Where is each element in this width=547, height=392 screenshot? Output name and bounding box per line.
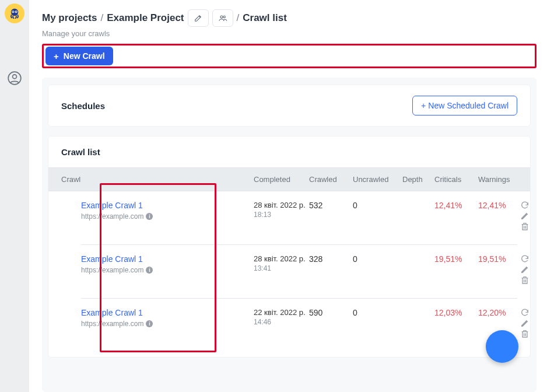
- crawl-name-link[interactable]: Example Crawl 1: [81, 201, 254, 210]
- table-row: Example Crawl 1 https://example.com i 22…: [48, 299, 530, 352]
- completed-date: 28 квіт. 2022 р.: [254, 201, 309, 209]
- crawl-name-link[interactable]: Example Crawl 1: [81, 254, 254, 264]
- crawl-name-link[interactable]: Example Crawl 1: [81, 308, 254, 317]
- col-crawled: Crawled: [309, 175, 353, 184]
- refresh-icon[interactable]: [520, 254, 530, 264]
- col-uncrawled: Uncrawled: [353, 175, 402, 184]
- svg-point-3: [12, 11, 13, 12]
- crawled-count: 532: [309, 201, 353, 210]
- edit-project-button[interactable]: [188, 9, 209, 27]
- completed-time: 18:13: [254, 211, 309, 219]
- col-completed: Completed: [254, 175, 309, 184]
- warnings-pct: 12,41%: [478, 201, 516, 210]
- new-scheduled-crawl-button[interactable]: + New Scheduled Crawl: [412, 96, 517, 116]
- crawl-list-title: Crawl list: [48, 136, 530, 167]
- info-icon[interactable]: i: [146, 320, 153, 327]
- completed-time: 14:46: [254, 318, 309, 326]
- col-crawl: Crawl: [61, 175, 254, 184]
- col-warnings: Warnings: [478, 175, 516, 184]
- col-criticals: Criticals: [434, 175, 478, 184]
- completed-date: 28 квіт. 2022 р.: [254, 254, 309, 263]
- criticals-pct: 12,03%: [434, 308, 478, 317]
- crawled-count: 590: [309, 308, 353, 317]
- breadcrumb-project[interactable]: Example Project: [107, 12, 184, 24]
- table-header: Crawl Completed Crawled Uncrawled Depth …: [48, 167, 530, 191]
- breadcrumb-root[interactable]: My projects: [42, 12, 97, 24]
- new-scheduled-label: New Scheduled Crawl: [428, 101, 509, 110]
- uncrawled-count: 0: [353, 308, 402, 317]
- table-row: Example Crawl 1 https://example.com i 28…: [48, 191, 530, 245]
- app-logo[interactable]: [5, 4, 24, 23]
- svg-point-4: [16, 11, 17, 12]
- trash-icon[interactable]: [520, 329, 530, 338]
- schedules-card: Schedules + New Scheduled Crawl: [48, 85, 531, 127]
- info-icon[interactable]: i: [146, 267, 153, 274]
- refresh-icon[interactable]: [520, 201, 530, 210]
- refresh-icon[interactable]: [520, 308, 530, 317]
- svg-point-7: [220, 16, 223, 18]
- uncrawled-count: 0: [353, 254, 402, 264]
- col-depth: Depth: [402, 175, 434, 184]
- crawl-url: https://example.com i: [81, 212, 254, 220]
- content-area: Schedules + New Scheduled Crawl Crawl li…: [42, 78, 537, 392]
- criticals-pct: 19,51%: [434, 254, 478, 264]
- page-subtitle: Manage your crawls: [42, 29, 537, 38]
- breadcrumb-current: Crawl list: [243, 12, 287, 24]
- sidebar: [0, 0, 29, 392]
- new-crawl-button[interactable]: + New Crawl: [45, 47, 113, 65]
- plus-icon: +: [54, 52, 59, 61]
- new-crawl-highlight: + New Crawl: [42, 44, 537, 68]
- warnings-pct: 19,51%: [478, 254, 516, 264]
- svg-point-8: [223, 16, 225, 18]
- crawled-count: 328: [309, 254, 353, 264]
- user-menu-icon[interactable]: [6, 69, 23, 87]
- trash-icon[interactable]: [520, 275, 530, 285]
- project-users-button[interactable]: [212, 9, 233, 27]
- pencil-icon[interactable]: [520, 265, 530, 274]
- new-crawl-label: New Crawl: [64, 51, 105, 61]
- pencil-icon[interactable]: [520, 211, 530, 220]
- breadcrumb-sep: /: [100, 12, 103, 24]
- trash-icon[interactable]: [520, 222, 530, 231]
- completed-time: 13:41: [254, 264, 309, 272]
- crawl-url: https://example.com i: [81, 320, 254, 328]
- pencil-icon[interactable]: [520, 318, 530, 328]
- warnings-pct: 12,20%: [478, 308, 516, 317]
- info-icon[interactable]: i: [146, 213, 153, 220]
- breadcrumb: My projects / Example Project / Crawl li…: [42, 9, 537, 27]
- crawl-url: https://example.com i: [81, 266, 254, 274]
- plus-icon: +: [421, 101, 426, 110]
- criticals-pct: 12,41%: [434, 201, 478, 210]
- floating-action-button[interactable]: [486, 330, 518, 363]
- completed-date: 22 квіт. 2022 р.: [254, 308, 309, 317]
- uncrawled-count: 0: [353, 201, 402, 210]
- crawl-list-card: Crawl list Crawl Completed Crawled Uncra…: [48, 136, 531, 358]
- svg-point-6: [13, 75, 17, 79]
- table-row: Example Crawl 1 https://example.com i 28…: [48, 245, 530, 299]
- breadcrumb-sep: /: [237, 12, 240, 24]
- schedules-title: Schedules: [61, 101, 105, 111]
